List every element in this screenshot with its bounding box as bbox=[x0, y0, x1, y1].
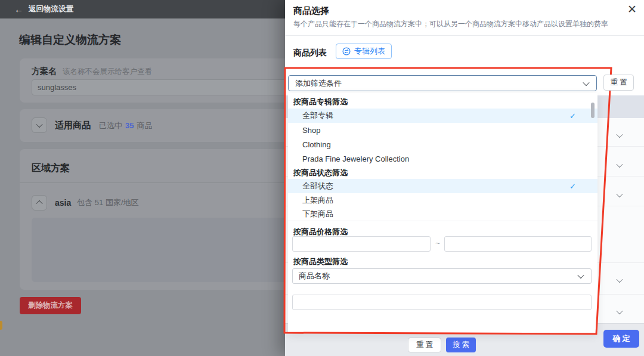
price-max-input[interactable] bbox=[444, 236, 592, 252]
row-expand-chevron-icon[interactable] bbox=[617, 159, 624, 166]
row-expand-chevron-icon[interactable] bbox=[617, 306, 624, 313]
add-filter-select-value: 添加筛选条件 bbox=[295, 78, 342, 89]
page-title: 编辑自定义物流方案 bbox=[19, 32, 121, 48]
region-name: asia bbox=[55, 198, 71, 208]
reset-filter-button[interactable]: 重置 bbox=[603, 75, 634, 91]
type-filter-label: 按商品类型筛选 bbox=[293, 256, 348, 267]
drawer-subtitle: 每个产品只能存在于一个商品物流方案中；可以从另一个商品物流方案中移动产品以设置单… bbox=[293, 19, 636, 29]
filter-option[interactable]: 下架商品 bbox=[288, 207, 597, 221]
filter-option[interactable]: Prada Fine Jewelery Collection bbox=[288, 151, 597, 166]
applicable-products-label: 适用商品 bbox=[55, 120, 91, 131]
collapse-button[interactable] bbox=[32, 117, 47, 133]
keyword-input[interactable] bbox=[292, 295, 592, 310]
filter-option[interactable]: Shop bbox=[288, 123, 597, 137]
filter-group-header: 按商品状态筛选 bbox=[288, 166, 597, 179]
type-filter-select[interactable]: 商品名称 bbox=[292, 268, 592, 284]
region-desc: 包含 51 国家/地区 bbox=[77, 197, 138, 208]
delete-plan-button[interactable]: 删除物流方案 bbox=[20, 297, 81, 314]
product-list-label: 商品列表 bbox=[293, 48, 327, 58]
plan-name-label: 方案名 bbox=[32, 66, 57, 77]
price-range-separator: ~ bbox=[433, 239, 442, 247]
search-button[interactable]: 搜索 bbox=[446, 338, 476, 352]
row-expand-chevron-icon[interactable] bbox=[617, 189, 624, 196]
edge-hidden-element bbox=[0, 321, 2, 330]
close-icon[interactable]: ✕ bbox=[627, 4, 637, 15]
plan-name-hint: 该名称不会展示给客户查看 bbox=[63, 67, 152, 77]
chevron-down-icon bbox=[577, 272, 584, 278]
check-icon: ✓ bbox=[569, 112, 576, 120]
reset-button[interactable]: 重置 bbox=[408, 338, 441, 352]
back-arrow-icon: ← bbox=[14, 5, 23, 14]
collection-list-label: 专辑列表 bbox=[354, 46, 385, 57]
chevron-down-icon bbox=[583, 79, 589, 85]
check-icon: ✓ bbox=[569, 182, 576, 191]
chevron-up-icon bbox=[36, 200, 42, 207]
divider bbox=[285, 35, 644, 36]
filter-option[interactable]: 上架商品 bbox=[288, 193, 597, 208]
add-filter-select[interactable]: 添加筛选条件 bbox=[288, 75, 597, 91]
selected-count: 35 bbox=[125, 121, 134, 130]
type-filter-select-value: 商品名称 bbox=[299, 271, 330, 281]
selected-count-text: 已选中 35 商品 bbox=[99, 120, 152, 131]
chevron-down-icon bbox=[36, 121, 42, 128]
filter-dropdown-panel: 按商品专辑筛选 全部专辑 ✓ Shop Clothing Prada Fine … bbox=[288, 93, 597, 333]
filter-group-header: 按商品专辑筛选 bbox=[288, 95, 597, 109]
back-link[interactable]: ← 返回物流设置 bbox=[14, 0, 73, 18]
filter-option[interactable]: 全部专辑 ✓ bbox=[288, 109, 597, 123]
scrollbar-thumb[interactable] bbox=[591, 103, 595, 118]
row-expand-chevron-icon[interactable] bbox=[617, 274, 624, 281]
screen: ← 返回物流设置 编辑自定义物流方案 方案名 该名称不会展示给客户查看 适用商品… bbox=[0, 0, 644, 356]
collection-list-button[interactable]: 专辑列表 bbox=[336, 44, 392, 59]
confirm-button[interactable]: 确定 bbox=[603, 330, 639, 348]
back-label: 返回物流设置 bbox=[29, 4, 73, 14]
drawer-title: 商品选择 bbox=[293, 5, 329, 17]
filter-option[interactable]: Clothing bbox=[288, 137, 597, 151]
swap-icon bbox=[342, 47, 351, 55]
row-expand-chevron-icon[interactable] bbox=[617, 129, 624, 137]
product-select-drawer: 商品选择 ✕ 每个产品只能存在于一个商品物流方案中；可以从另一个商品物流方案中移… bbox=[285, 0, 644, 356]
region-collapse-button[interactable] bbox=[32, 195, 47, 210]
filter-option[interactable]: 全部状态 ✓ bbox=[288, 179, 597, 193]
price-min-input[interactable] bbox=[292, 236, 431, 252]
filter-option-list: 按商品专辑筛选 全部专辑 ✓ Shop Clothing Prada Fine … bbox=[288, 93, 597, 221]
region-plan-title: 区域方案 bbox=[32, 162, 70, 175]
